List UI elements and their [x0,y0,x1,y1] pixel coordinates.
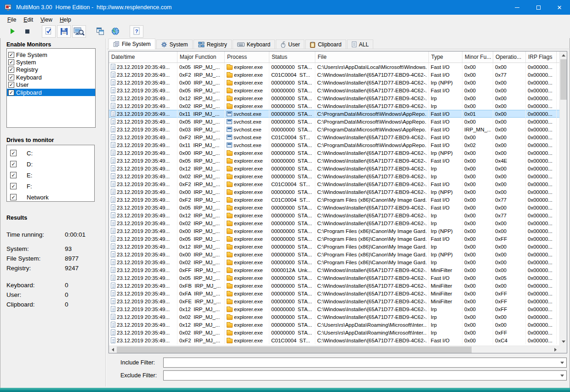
report-button[interactable] [42,25,56,38]
table-row[interactable]: 23.12.2019 20:35:49... 0x02 IRP_MJ_... e… [109,329,559,336]
scroll-right-arrow[interactable] [552,346,559,353]
chevron-down-icon[interactable] [560,362,564,364]
copy-button[interactable] [93,25,107,38]
table-row[interactable]: 23.12.2019 20:35:49... 0x02 IRP_MJ_... e… [109,219,559,227]
checkbox-checked-icon[interactable] [10,183,17,189]
monitor-item-system[interactable]: System [7,58,95,66]
table-row[interactable]: 23.12.2019 20:35:49... 0x12 IRP_MJ_... e… [109,165,559,172]
checkbox-checked-icon[interactable] [8,74,14,80]
table-row[interactable]: 23.12.2019 20:35:49... 0x00 IRP_MJ_... e… [109,79,559,86]
table-row[interactable]: 23.12.2019 20:35:49... 0x05 IRP_MJ_... e… [109,157,559,165]
table-row[interactable]: 23.12.2019 20:35:49... 0xF2 IRP_MJ_... e… [109,180,559,188]
column-header-major-function[interactable]: Major Function [177,51,225,62]
drive-item-d[interactable]: D: [7,159,94,170]
table-row[interactable]: 23.12.2019 20:35:49... 0x05 IRP_MJ_... e… [109,86,559,94]
monitor-item-registry[interactable]: Registry [7,66,95,74]
tab-file-system[interactable]: File System [108,39,155,49]
vertical-scrollbar[interactable] [559,51,567,346]
menu-view[interactable]: View [37,16,56,24]
maximize-button[interactable] [528,0,549,15]
exclude-filter-combobox[interactable] [163,370,567,381]
table-row[interactable]: 23.12.2019 20:35:49... 0x05 IRP_MJ_... e… [109,204,559,211]
checkbox-checked-icon[interactable] [10,161,17,167]
table-row[interactable]: 23.12.2019 20:35:49... 0x12 IRP_MJ_... e… [109,94,559,102]
table-row[interactable]: 23.12.2019 20:35:49... 0x02 IRP_MJ_... e… [109,258,559,266]
vertical-scroll-thumb[interactable] [560,59,567,100]
table-row[interactable]: 23.12.2019 20:35:49... 0x00 IRP_MJ_... e… [109,227,559,235]
table-row[interactable]: 23.12.2019 20:35:49... 0x12 IRP_MJ_... e… [109,321,559,329]
table-row[interactable]: 23.12.2019 20:35:49... 0x02 IRP_MJ_... e… [109,313,559,321]
scroll-up-arrow[interactable] [560,51,567,59]
checkbox-checked-icon[interactable] [8,90,14,96]
minimize-button[interactable] [507,0,528,15]
help-button[interactable]: ? [130,25,143,38]
tab-keyboard[interactable]: Keyboard [233,40,275,49]
scroll-left-arrow[interactable] [109,346,117,353]
drive-item-network[interactable]: Network [7,192,94,203]
table-row[interactable]: 23.12.2019 20:35:49... 0xF2 IRP_MJ_... e… [109,71,559,79]
tab-registry[interactable]: Registry [194,40,232,49]
tab-user[interactable]: User [276,40,304,49]
table-row[interactable]: 23.12.2019 20:35:49... 0x05 IRP_MJ_... e… [109,63,559,71]
table-row[interactable]: 23.12.2019 20:35:49... 0x12 IRP_MJ_... e… [109,211,559,219]
table-row[interactable]: 23.12.2019 20:35:49... 0x12 IRP_MJ_... e… [109,243,559,250]
column-header-irp-flags[interactable]: IRP Flags [526,51,557,62]
table-row[interactable]: 23.12.2019 20:35:49... 0xF2 IRP_MJ_... e… [109,336,559,344]
table-row[interactable]: 23.12.2019 20:35:49... 0x02 IRP_MJ_... e… [109,172,559,180]
table-row[interactable]: 23.12.2019 20:35:49... 0x05 IRP_MJ_... e… [109,274,559,282]
table-row[interactable]: 23.12.2019 20:35:49... 0x05 IRP_MJ_... s… [109,118,559,125]
table-row[interactable]: 23.12.2019 20:35:49... 0x05 IRP_MJ_... e… [109,235,559,243]
include-filter-combobox[interactable] [163,358,567,368]
checkbox-checked-icon[interactable] [8,82,14,88]
tab-clipboard[interactable]: Clipboard [305,40,346,49]
include-filter-input[interactable] [164,358,558,367]
checkbox-checked-icon[interactable] [10,172,17,178]
column-header-datetime[interactable]: Date/time [109,51,177,62]
drive-item-e[interactable]: E: [7,170,94,181]
table-row[interactable]: 23.12.2019 20:35:49... 0x02 IRP_MJ_... e… [109,102,559,110]
horizontal-scrollbar[interactable] [109,346,559,353]
horizontal-scroll-thumb[interactable] [117,347,472,353]
drive-item-c[interactable]: C: [7,148,94,159]
table-row[interactable]: 23.12.2019 20:35:49... 0x00 IRP_MJ_... e… [109,149,559,157]
checkbox-checked-icon[interactable] [10,194,17,200]
checkbox-checked-icon[interactable] [10,150,17,156]
column-header-file[interactable]: File [315,51,429,62]
menu-help[interactable]: Help [56,16,75,24]
table-row[interactable]: 23.12.2019 20:35:49... 0xFE IRP_MJ_... e… [109,297,559,305]
table-row[interactable]: 23.12.2019 20:35:49... 0xFB IRP_MJ_... e… [109,282,559,290]
column-header-minor-function[interactable]: Minor Fu... [462,51,493,62]
close-button[interactable]: ✕ [549,0,570,15]
table-row[interactable]: 23.12.2019 20:35:49... 0x11 IRP_MJ_... s… [109,110,559,118]
monitor-item-clipboard[interactable]: Clipboard [7,89,95,96]
column-header-type[interactable]: Type [429,51,462,62]
table-row[interactable]: 23.12.2019 20:35:49... 0x00 IRP_MJ_... e… [109,250,559,258]
checkbox-checked-icon[interactable] [8,67,14,73]
column-header-process[interactable]: Process [225,51,269,62]
table-row[interactable]: 23.12.2019 20:35:49... 0x03 IRP_MJ_... s… [109,125,559,133]
table-row[interactable]: 23.12.2019 20:35:49... 0xF2 IRP_MJ_... s… [109,133,559,141]
monitor-item-file-system[interactable]: File System [7,51,95,58]
table-row[interactable]: 23.12.2019 20:35:49... 0xFA IRP_MJ_... e… [109,290,559,297]
tab-all[interactable]: ALL [347,40,373,49]
menu-edit[interactable]: Edit [20,16,37,24]
monitor-item-user[interactable]: User [7,81,95,89]
checkbox-checked-icon[interactable] [8,52,14,58]
monitor-item-keyboard[interactable]: Keyboard [7,74,95,81]
play-button[interactable] [6,25,19,38]
column-header-operation[interactable]: Operatio... [493,51,526,62]
website-button[interactable] [108,25,122,38]
exclude-filter-input[interactable] [164,371,558,380]
scroll-down-arrow[interactable] [560,338,567,346]
tab-system[interactable]: System [156,40,193,49]
table-row[interactable]: 23.12.2019 20:35:49... 0xFF IRP_MJ_... e… [109,266,559,274]
analyze-button[interactable] [72,25,86,38]
drive-item-f[interactable]: F: [7,181,94,192]
stop-button[interactable] [21,25,34,38]
checkbox-checked-icon[interactable] [8,59,14,65]
save-button[interactable] [57,25,71,38]
table-row[interactable]: 23.12.2019 20:35:49... 0x12 IRP_MJ_... e… [109,305,559,313]
chevron-down-icon[interactable] [560,375,564,377]
column-header-status[interactable]: Status [269,51,315,62]
table-row[interactable]: 23.12.2019 20:35:49... 0x11 IRP_MJ_... s… [109,141,559,149]
